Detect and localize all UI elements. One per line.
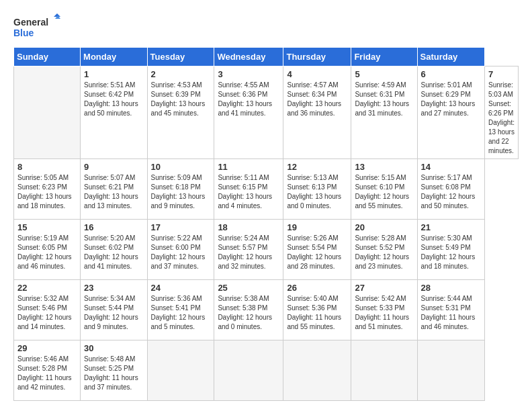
calendar-day-cell: 16 Sunrise: 5:20 AM Sunset: 6:02 PM Dayl… [81,220,147,280]
day-number: 16 [84,222,143,232]
calendar-day-cell [283,340,351,401]
weekday-header: Wednesday [214,48,283,66]
logo-svg: General Blue [13,13,60,40]
calendar-day-cell: 19 Sunrise: 5:26 AM Sunset: 5:54 PM Dayl… [283,220,351,280]
day-number: 28 [421,283,481,293]
calendar-day-cell: 2 Sunrise: 4:53 AM Sunset: 6:39 PM Dayli… [147,66,214,159]
weekday-header: Tuesday [147,48,214,66]
calendar-day-cell: 12 Sunrise: 5:13 AM Sunset: 6:13 PM Dayl… [283,159,351,220]
day-number: 7 [488,69,515,79]
day-info: Sunrise: 5:30 AM Sunset: 5:49 PM Dayligh… [421,234,481,271]
calendar-day-cell: 21 Sunrise: 5:30 AM Sunset: 5:49 PM Dayl… [417,220,484,280]
calendar-day-cell [214,340,283,401]
weekday-header: Friday [351,48,417,66]
day-number: 23 [84,283,143,293]
day-number: 26 [287,283,347,293]
day-info: Sunrise: 5:24 AM Sunset: 5:57 PM Dayligh… [218,234,279,271]
day-info: Sunrise: 5:11 AM Sunset: 6:15 PM Dayligh… [218,173,279,211]
day-number: 9 [84,162,143,172]
day-info: Sunrise: 5:01 AM Sunset: 6:29 PM Dayligh… [421,81,481,118]
day-number: 24 [151,283,211,293]
day-info: Sunrise: 5:28 AM Sunset: 5:52 PM Dayligh… [355,234,413,271]
calendar-day-cell [417,340,484,401]
day-number: 30 [84,343,143,353]
calendar-day-cell: 15 Sunrise: 5:19 AM Sunset: 6:05 PM Dayl… [14,220,81,280]
calendar-day-cell [147,340,214,401]
calendar-day-cell: 24 Sunrise: 5:36 AM Sunset: 5:41 PM Dayl… [147,280,214,340]
calendar-day-cell: 8 Sunrise: 5:05 AM Sunset: 6:23 PM Dayli… [14,159,81,220]
calendar-day-cell: 4 Sunrise: 4:57 AM Sunset: 6:34 PM Dayli… [283,66,351,159]
calendar-day-cell: 30 Sunrise: 5:48 AM Sunset: 5:25 PM Dayl… [81,340,147,401]
calendar-day-cell: 14 Sunrise: 5:17 AM Sunset: 6:08 PM Dayl… [417,159,484,220]
day-info: Sunrise: 5:38 AM Sunset: 5:38 PM Dayligh… [218,294,279,332]
day-info: Sunrise: 5:51 AM Sunset: 6:42 PM Dayligh… [84,81,143,118]
day-number: 27 [355,283,413,293]
calendar-day-cell: 7 Sunrise: 5:03 AM Sunset: 6:26 PM Dayli… [485,66,519,159]
day-number: 2 [151,69,211,79]
day-info: Sunrise: 4:53 AM Sunset: 6:39 PM Dayligh… [151,81,211,118]
svg-text:Blue: Blue [13,28,34,38]
day-number: 21 [421,222,481,232]
weekday-header: Thursday [283,48,351,66]
day-info: Sunrise: 5:09 AM Sunset: 6:18 PM Dayligh… [151,173,211,211]
calendar-day-cell: 27 Sunrise: 5:42 AM Sunset: 5:33 PM Dayl… [351,280,417,340]
day-number: 19 [287,222,347,232]
day-info: Sunrise: 5:26 AM Sunset: 5:54 PM Dayligh… [287,234,347,271]
day-number: 12 [287,162,347,172]
day-info: Sunrise: 5:46 AM Sunset: 5:28 PM Dayligh… [17,355,77,392]
day-info: Sunrise: 5:48 AM Sunset: 5:25 PM Dayligh… [84,355,143,392]
day-info: Sunrise: 5:40 AM Sunset: 5:36 PM Dayligh… [287,294,347,332]
calendar-week-row: 1 Sunrise: 5:51 AM Sunset: 6:42 PM Dayli… [14,66,519,159]
calendar-day-cell: 22 Sunrise: 5:32 AM Sunset: 5:46 PM Dayl… [14,280,81,340]
day-info: Sunrise: 5:03 AM Sunset: 6:26 PM Dayligh… [488,81,515,156]
day-number: 10 [151,162,211,172]
day-number: 14 [421,162,481,172]
day-number: 15 [17,222,77,232]
day-number: 22 [17,283,77,293]
calendar-day-cell [351,340,417,401]
day-info: Sunrise: 5:34 AM Sunset: 5:44 PM Dayligh… [84,294,143,332]
day-number: 8 [17,162,77,172]
day-info: Sunrise: 5:05 AM Sunset: 6:23 PM Dayligh… [17,173,77,211]
calendar-day-cell [14,66,81,159]
weekday-header: Sunday [14,48,81,66]
day-info: Sunrise: 5:32 AM Sunset: 5:46 PM Dayligh… [17,294,77,332]
day-number: 5 [355,69,413,79]
day-info: Sunrise: 5:17 AM Sunset: 6:08 PM Dayligh… [421,173,481,211]
calendar-day-cell: 25 Sunrise: 5:38 AM Sunset: 5:38 PM Dayl… [214,280,283,340]
day-info: Sunrise: 4:55 AM Sunset: 6:36 PM Dayligh… [218,81,279,118]
day-number: 4 [287,69,347,79]
weekday-header: Monday [81,48,147,66]
calendar-week-row: 22 Sunrise: 5:32 AM Sunset: 5:46 PM Dayl… [14,280,519,340]
svg-text:General: General [13,17,48,28]
calendar-day-cell: 28 Sunrise: 5:44 AM Sunset: 5:31 PM Dayl… [417,280,484,340]
day-info: Sunrise: 5:42 AM Sunset: 5:33 PM Dayligh… [355,294,413,332]
calendar-day-cell: 23 Sunrise: 5:34 AM Sunset: 5:44 PM Dayl… [81,280,147,340]
day-info: Sunrise: 5:20 AM Sunset: 6:02 PM Dayligh… [84,234,143,271]
day-info: Sunrise: 5:07 AM Sunset: 6:21 PM Dayligh… [84,173,143,211]
day-number: 11 [218,162,279,172]
day-number: 3 [218,69,279,79]
day-number: 25 [218,283,279,293]
calendar-day-cell: 10 Sunrise: 5:09 AM Sunset: 6:18 PM Dayl… [147,159,214,220]
day-number: 29 [17,343,77,353]
calendar-day-cell: 3 Sunrise: 4:55 AM Sunset: 6:36 PM Dayli… [214,66,283,159]
weekday-header-row: SundayMondayTuesdayWednesdayThursdayFrid… [14,48,519,66]
day-info: Sunrise: 4:57 AM Sunset: 6:34 PM Dayligh… [287,81,347,118]
day-number: 17 [151,222,211,232]
calendar-day-cell: 17 Sunrise: 5:22 AM Sunset: 6:00 PM Dayl… [147,220,214,280]
day-number: 18 [218,222,279,232]
calendar-week-row: 8 Sunrise: 5:05 AM Sunset: 6:23 PM Dayli… [14,159,519,220]
calendar-day-cell: 26 Sunrise: 5:40 AM Sunset: 5:36 PM Dayl… [283,280,351,340]
day-number: 6 [421,69,481,79]
day-number: 1 [84,69,143,79]
calendar-day-cell: 9 Sunrise: 5:07 AM Sunset: 6:21 PM Dayli… [81,159,147,220]
day-number: 13 [355,162,413,172]
calendar-table: SundayMondayTuesdayWednesdayThursdayFrid… [13,47,519,401]
day-number: 20 [355,222,413,232]
calendar-day-cell: 20 Sunrise: 5:28 AM Sunset: 5:52 PM Dayl… [351,220,417,280]
day-info: Sunrise: 5:19 AM Sunset: 6:05 PM Dayligh… [17,234,77,271]
day-info: Sunrise: 5:22 AM Sunset: 6:00 PM Dayligh… [151,234,211,271]
weekday-header: Saturday [417,48,484,66]
calendar-day-cell: 11 Sunrise: 5:11 AM Sunset: 6:15 PM Dayl… [214,159,283,220]
